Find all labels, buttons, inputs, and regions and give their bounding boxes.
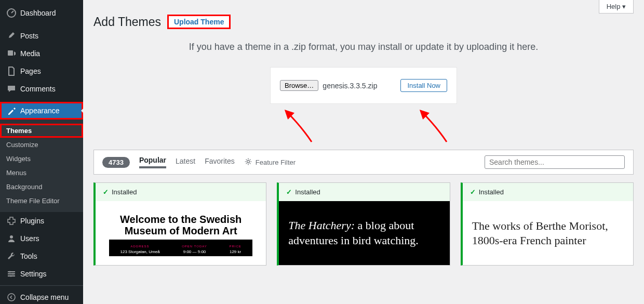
sidebar-item-comments[interactable]: Comments — [0, 80, 83, 98]
theme-grid: ✓Installed Welcome to the SwedishMuseum … — [93, 182, 634, 266]
media-icon — [6, 48, 17, 59]
svg-point-2 — [10, 235, 13, 239]
theme-preview: Welcome to the SwedishMuseum of Modern A… — [96, 201, 266, 265]
theme-status-installed: ✓Installed — [96, 183, 266, 201]
svg-point-8 — [10, 275, 12, 277]
feature-filter-label: Feature Filter — [256, 158, 296, 166]
sidebar-item-posts[interactable]: Posts — [0, 27, 83, 45]
help-tab[interactable]: Help ▾ — [599, 0, 634, 14]
svg-point-10 — [247, 160, 249, 163]
gear-icon — [244, 157, 252, 167]
check-icon: ✓ — [470, 188, 476, 196]
feature-filter-button[interactable]: Feature Filter — [244, 157, 296, 167]
theme-status-installed: ✓Installed — [279, 183, 449, 201]
sidebar-label: Pages — [20, 67, 41, 75]
users-icon — [6, 233, 17, 244]
theme-card[interactable]: ✓Installed The works of Berthe Morisot, … — [461, 182, 634, 266]
check-icon: ✓ — [103, 188, 109, 196]
comments-icon — [6, 84, 17, 94]
settings-icon — [6, 269, 17, 279]
sidebar-label: Plugins — [20, 217, 44, 225]
browse-button[interactable]: Browse… — [280, 80, 318, 91]
filter-latest[interactable]: Latest — [176, 157, 195, 167]
upload-help-text: If you have a theme in a .zip format, yo… — [93, 42, 634, 52]
sidebar-label: Comments — [20, 85, 56, 93]
svg-rect-3 — [8, 271, 15, 272]
theme-preview: The works of Berthe Morisot, 1800s-era F… — [463, 201, 633, 265]
annotation-arrows — [260, 108, 467, 139]
sidebar-label: Appearance — [20, 107, 60, 115]
svg-point-6 — [9, 271, 11, 273]
theme-preview: The Hatchery: a blog about adventures in… — [279, 201, 449, 265]
submenu-widgets[interactable]: Widgets — [0, 152, 83, 166]
appearance-submenu: Themes Customize Widgets Menus Backgroun… — [0, 120, 83, 212]
sidebar-label: Collapse menu — [20, 293, 69, 301]
sidebar-label: Media — [20, 49, 40, 58]
sidebar-collapse[interactable]: Collapse menu — [0, 288, 83, 304]
svg-rect-4 — [8, 273, 15, 274]
sidebar-item-media[interactable]: Media — [0, 45, 83, 62]
sidebar-item-dashboard[interactable]: Dashboard — [0, 4, 83, 22]
sidebar-label: Tools — [20, 252, 37, 260]
svg-rect-1 — [8, 50, 13, 56]
upload-theme-button[interactable]: Upload Theme — [167, 15, 231, 29]
submenu-themes[interactable]: Themes — [0, 124, 83, 138]
theme-status-installed: ✓Installed — [463, 183, 633, 201]
arrow-icon — [275, 105, 317, 147]
sidebar-item-appearance[interactable]: Appearance — [0, 102, 83, 120]
sidebar-item-tools[interactable]: Tools — [0, 247, 83, 265]
selected-file-name: genesis.3.3.5.zip — [323, 82, 377, 90]
sidebar-label: Users — [20, 234, 39, 243]
filter-popular[interactable]: Popular — [139, 156, 166, 168]
svg-point-7 — [12, 273, 14, 275]
pin-icon — [6, 31, 17, 41]
main-content: Help ▾ Add Themes Upload Theme If you ha… — [83, 0, 644, 304]
pages-icon — [6, 66, 17, 76]
admin-sidebar: Dashboard Posts Media Pages Comments App… — [0, 0, 83, 304]
upload-form: Browse… genesis.3.3.5.zip Install Now — [270, 67, 457, 104]
sidebar-label: Settings — [20, 270, 47, 278]
sidebar-item-users[interactable]: Users — [0, 230, 83, 247]
submenu-theme-file-editor[interactable]: Theme File Editor — [0, 194, 83, 208]
submenu-menus[interactable]: Menus — [0, 166, 83, 180]
theme-count-badge: 4733 — [102, 157, 130, 168]
sidebar-item-settings[interactable]: Settings — [0, 265, 83, 283]
svg-point-9 — [8, 294, 15, 301]
sidebar-label: Posts — [20, 32, 38, 40]
theme-card[interactable]: ✓Installed The Hatchery: a blog about ad… — [277, 182, 450, 266]
appearance-icon — [6, 105, 17, 116]
check-icon: ✓ — [286, 188, 292, 196]
search-themes-input[interactable] — [485, 155, 625, 169]
filter-bar: 4733 Popular Latest Favorites Feature Fi… — [93, 150, 634, 175]
sidebar-item-pages[interactable]: Pages — [0, 62, 83, 80]
tools-icon — [6, 251, 17, 261]
submenu-customize[interactable]: Customize — [0, 138, 83, 152]
collapse-icon — [6, 292, 17, 302]
theme-card[interactable]: ✓Installed Welcome to the SwedishMuseum … — [93, 182, 266, 266]
install-now-button[interactable]: Install Now — [400, 79, 447, 92]
submenu-background[interactable]: Background — [0, 180, 83, 194]
dashboard-icon — [6, 8, 17, 18]
sidebar-label: Dashboard — [20, 9, 56, 17]
filter-favorites[interactable]: Favorites — [205, 157, 235, 167]
page-title: Add Themes — [93, 15, 161, 29]
plugins-icon — [6, 216, 17, 226]
arrow-icon — [410, 105, 452, 147]
sidebar-item-plugins[interactable]: Plugins — [0, 212, 83, 230]
